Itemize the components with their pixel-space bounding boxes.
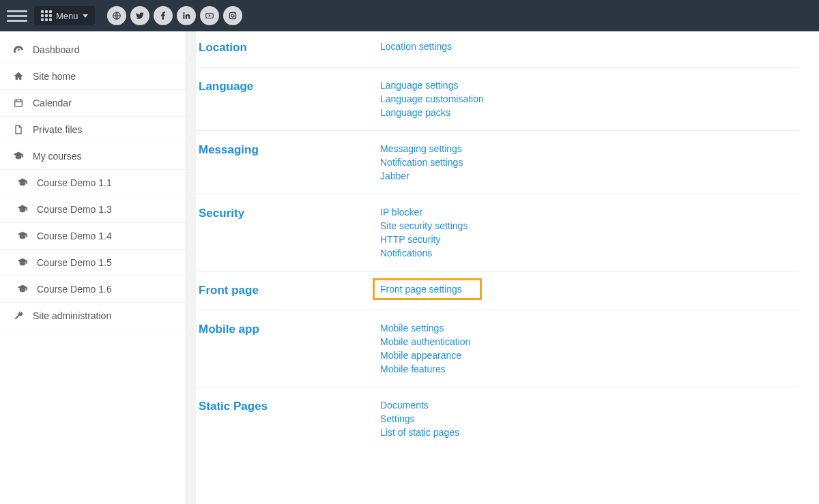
admin-link-settings[interactable]: Settings (380, 413, 459, 424)
sidebar-item-private-files[interactable]: Private files (0, 117, 186, 143)
sidebar-item-label: Calendar (33, 98, 72, 108)
sidebar-item-site-home[interactable]: Site home (0, 63, 186, 90)
home-icon (12, 70, 25, 83)
admin-link-front-page-settings[interactable]: Front page settings (373, 278, 482, 300)
admin-section-language: LanguageLanguage settingsLanguage custom… (196, 67, 799, 130)
admin-link-language-packs[interactable]: Language packs (380, 107, 484, 118)
sidebar-item-label: Course Demo 1.6 (37, 284, 112, 295)
graduation-icon (12, 150, 25, 162)
section-heading[interactable]: Security (196, 207, 380, 258)
sidebar-item-course-demo-1-5[interactable]: Course Demo 1.5 (0, 250, 186, 276)
sidebar: DashboardSite homeCalendarPrivate filesM… (0, 31, 186, 504)
content-wrap: DashboardSite homeCalendarPrivate filesM… (0, 31, 819, 504)
admin-link-ip-blocker[interactable]: IP blocker (380, 207, 468, 218)
hamburger-button[interactable] (7, 5, 27, 26)
instagram-icon[interactable] (223, 6, 242, 25)
sidebar-item-label: Course Demo 1.1 (37, 177, 112, 188)
admin-link-mobile-settings[interactable]: Mobile settings (380, 323, 470, 333)
sidebar-item-calendar[interactable]: Calendar (0, 90, 186, 117)
grid-icon (41, 10, 52, 21)
sidebar-item-label: My courses (33, 151, 82, 162)
topbar: Menu (0, 0, 819, 31)
sidebar-item-course-demo-1-4[interactable]: Course Demo 1.4 (0, 223, 186, 250)
section-heading[interactable]: Mobile app (196, 323, 380, 374)
sidebar-item-site-administration[interactable]: Site administration (0, 303, 186, 329)
sidebar-item-label: Site home (33, 71, 76, 82)
sidebar-item-label: Course Demo 1.5 (37, 257, 112, 268)
admin-link-messaging-settings[interactable]: Messaging settings (380, 143, 463, 154)
sidebar-item-label: Dashboard (33, 44, 80, 55)
wrench-icon (12, 310, 25, 322)
graduation-icon (16, 256, 29, 269)
globe-icon[interactable] (107, 6, 126, 25)
tachometer-icon (12, 44, 25, 56)
section-heading[interactable]: Language (196, 80, 380, 118)
admin-link-notification-settings[interactable]: Notification settings (380, 157, 463, 168)
admin-section-location: LocationLocation settings (196, 38, 799, 67)
admin-link-mobile-features[interactable]: Mobile features (380, 364, 470, 374)
svg-point-4 (234, 13, 235, 14)
admin-link-http-security[interactable]: HTTP security (380, 234, 468, 245)
section-links: Location settings (380, 41, 452, 55)
section-heading[interactable]: Front page (196, 284, 380, 297)
admin-section-front-page: Front pageFront page settings (196, 271, 799, 310)
sidebar-item-label: Course Demo 1.3 (37, 204, 112, 215)
sidebar-item-course-demo-1-1[interactable]: Course Demo 1.1 (0, 170, 186, 196)
section-links: DocumentsSettingsList of static pages (380, 400, 459, 438)
admin-settings-panel: LocationLocation settingsLanguageLanguag… (196, 31, 819, 504)
admin-section-mobile-app: Mobile appMobile settingsMobile authenti… (196, 310, 799, 387)
twitter-icon[interactable] (130, 6, 149, 25)
admin-section-static-pages: Static PagesDocumentsSettingsList of sta… (196, 387, 799, 450)
admin-link-documents[interactable]: Documents (380, 400, 459, 411)
admin-link-location-settings[interactable]: Location settings (380, 41, 452, 52)
graduation-icon (16, 283, 29, 295)
section-links: Messaging settingsNotification settingsJ… (380, 143, 463, 181)
admin-link-language-customisation[interactable]: Language customisation (380, 93, 484, 104)
facebook-icon[interactable] (154, 6, 173, 25)
section-heading[interactable]: Location (196, 41, 380, 55)
sidebar-item-label: Course Demo 1.4 (37, 231, 112, 241)
linkedin-icon[interactable] (177, 6, 196, 25)
file-icon (12, 123, 25, 136)
svg-rect-5 (15, 100, 23, 106)
section-links: Front page settings (380, 284, 462, 297)
section-heading[interactable]: Static Pages (196, 400, 380, 438)
section-links: Mobile settingsMobile authenticationMobi… (380, 323, 470, 374)
admin-link-site-security-settings[interactable]: Site security settings (380, 220, 468, 231)
social-icons (107, 6, 242, 25)
section-heading[interactable]: Messaging (196, 143, 380, 181)
admin-section-security: SecurityIP blockerSite security settings… (196, 194, 799, 271)
admin-section-messaging: MessagingMessaging settingsNotification … (196, 130, 799, 194)
youtube-icon[interactable] (200, 6, 219, 25)
section-links: IP blockerSite security settingsHTTP sec… (380, 207, 468, 258)
graduation-icon (16, 230, 29, 242)
graduation-icon (16, 203, 29, 216)
sidebar-item-dashboard[interactable]: Dashboard (0, 37, 186, 63)
admin-link-language-settings[interactable]: Language settings (380, 80, 484, 91)
sidebar-item-course-demo-1-3[interactable]: Course Demo 1.3 (0, 196, 186, 223)
admin-link-notifications[interactable]: Notifications (380, 248, 468, 258)
caret-down-icon (83, 14, 88, 18)
admin-link-list-of-static-pages[interactable]: List of static pages (380, 427, 459, 438)
admin-link-mobile-appearance[interactable]: Mobile appearance (380, 350, 470, 361)
admin-link-jabber[interactable]: Jabber (380, 171, 463, 181)
menu-button[interactable]: Menu (34, 6, 95, 25)
section-links: Language settingsLanguage customisationL… (380, 80, 484, 118)
menu-label: Menu (56, 11, 78, 21)
sidebar-item-label: Site administration (33, 310, 111, 321)
sidebar-item-my-courses[interactable]: My courses (0, 143, 186, 170)
calendar-icon (12, 97, 25, 109)
admin-link-mobile-authentication[interactable]: Mobile authentication (380, 336, 470, 347)
sidebar-item-course-demo-1-6[interactable]: Course Demo 1.6 (0, 276, 186, 303)
graduation-icon (16, 177, 29, 189)
sidebar-item-label: Private files (33, 124, 82, 135)
svg-point-3 (231, 14, 233, 17)
